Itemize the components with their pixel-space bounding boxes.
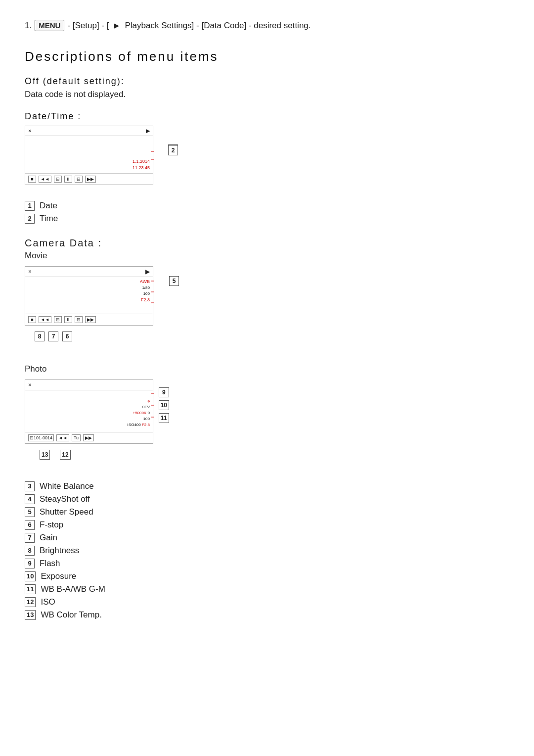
photo-x: × xyxy=(28,381,32,388)
list-item-6: 6 F-stop xyxy=(25,520,509,530)
list-item-date: 1 Date xyxy=(25,201,509,211)
list-item-7: 7 Gain xyxy=(25,533,509,543)
badge-2: 2 xyxy=(168,145,178,155)
label-fstop: F-stop xyxy=(40,520,63,530)
playback-icon: ▶ xyxy=(112,21,122,31)
badge-iso: 12 xyxy=(25,597,36,607)
badge-flash: 9 xyxy=(25,559,35,568)
movie-overlay: AWB 1/80 100 F2.8 xyxy=(140,279,150,304)
icon-stop: ■ xyxy=(28,176,36,183)
photo-icon2: Tu xyxy=(72,434,81,441)
label-shutter: Shutter Speed xyxy=(40,507,93,517)
camera-data-label: Camera Data : xyxy=(25,237,509,249)
list-item-8: 8 Brightness xyxy=(25,546,509,556)
label-brightness: Brightness xyxy=(40,546,79,556)
datetime-diagram-wrapper: × ▶ 1.1.2014 11:23:45 ■ ◄◄ ⊟ II ⊟ ▶▶ 1 2 xyxy=(25,125,509,191)
time-value: 11:23:45 xyxy=(133,165,150,170)
badge-wbcolortemp: 13 xyxy=(25,610,36,620)
photo-right-badges: 9 10 11 xyxy=(159,387,169,423)
badge-date: 1 xyxy=(25,201,35,211)
icon-rewind: ◄◄ xyxy=(39,176,51,183)
movie-x: × xyxy=(28,268,32,275)
badge-6: 6 xyxy=(62,331,72,341)
page-heading: Descriptions of menu items xyxy=(25,49,509,64)
movie-label: Movie xyxy=(25,251,509,261)
label-flash: Flash xyxy=(40,559,60,568)
badge-time: 2 xyxy=(25,214,35,224)
badge-gain: 7 xyxy=(25,533,35,543)
movie-diagram: × ▶ AWB 1/80 100 F2.8 ■ ◄◄ ⊟ II ⊟ ▶▶ xyxy=(25,266,153,326)
badge-fstop: 6 xyxy=(25,520,35,530)
photo-icon1: ◄◄ xyxy=(56,434,69,441)
x-button: × xyxy=(28,128,31,134)
list-item-4: 4 SteayShot off xyxy=(25,494,509,504)
label-wb-bawbgm: WB B-A/WB G-M xyxy=(41,584,105,594)
label-iso: ISO xyxy=(41,597,55,607)
datetime-diagram: × ▶ 1.1.2014 11:23:45 ■ ◄◄ ⊟ II ⊟ ▶▶ xyxy=(25,126,153,185)
badge-11: 11 xyxy=(159,413,169,423)
badge-12: 12 xyxy=(60,450,70,460)
badge-exposure: 10 xyxy=(25,571,36,581)
badge-9: 9 xyxy=(159,387,169,397)
badge-8: 8 xyxy=(35,331,44,341)
movie-play: ▶ xyxy=(145,268,150,275)
datetime-label: Date/Time : xyxy=(25,111,509,122)
movie-top-bar: × ▶ xyxy=(25,267,153,277)
date-value: 1.1.2014 xyxy=(133,159,150,164)
label-gain: Gain xyxy=(40,533,57,543)
badge-13: 13 xyxy=(40,450,50,460)
icon-menu: ⊟ xyxy=(54,176,62,183)
list-item-12: 12 ISO xyxy=(25,597,509,607)
photo-diagram: × $ 0EV +5000K 0 100 ISO400 F2.8 ⊡101-00… xyxy=(25,379,153,444)
datetime-overlay: 1.1.2014 11:23:45 xyxy=(133,158,150,171)
photo-overlay: $ 0EV +5000K 0 100 ISO400 F2.8 xyxy=(128,398,150,428)
movie-bottom-bar: ■ ◄◄ ⊟ II ⊟ ▶▶ xyxy=(25,314,153,325)
list-item-9: 9 Flash xyxy=(25,559,509,568)
all-items-list: 3 White Balance 4 SteayShot off 5 Shutte… xyxy=(25,481,509,620)
movie-connector-svg xyxy=(151,266,169,326)
list-item-10: 10 Exposure xyxy=(25,571,509,581)
icon-fwd: ▶▶ xyxy=(85,176,96,183)
play-symbol: ▶ xyxy=(146,128,150,134)
label-time: Time xyxy=(40,214,58,224)
photo-diagram-container: × $ 0EV +5000K 0 100 ISO400 F2.8 ⊡101-00… xyxy=(25,379,153,446)
movie-diagram-container: × ▶ AWB 1/80 100 F2.8 ■ ◄◄ ⊟ II ⊟ ▶▶ 3 4… xyxy=(25,266,153,328)
photo-folder: ⊡101-0014 xyxy=(28,434,54,441)
datetime-connector-svg xyxy=(151,126,168,185)
photo-label: Photo xyxy=(25,364,509,374)
list-item-time: 2 Time xyxy=(25,214,509,224)
photo-icon3: ▶▶ xyxy=(83,434,94,441)
label-wbcolortemp: WB Color Temp. xyxy=(41,610,101,620)
diagram-top-bar: × ▶ xyxy=(25,126,153,136)
badge-wb: 3 xyxy=(25,481,35,491)
badge-7: 7 xyxy=(48,331,58,341)
movie-bottom-badges: 8 7 6 xyxy=(35,331,72,341)
badge-10: 10 xyxy=(159,400,169,410)
list-item-13: 13 WB Color Temp. xyxy=(25,610,509,620)
label-exposure: Exposure xyxy=(41,571,76,581)
icon-menu2: ⊟ xyxy=(75,176,83,183)
badge-shutter: 5 xyxy=(25,507,35,517)
photo-bottom-bar: ⊡101-0014 ◄◄ Tu ▶▶ xyxy=(25,432,153,443)
badge-brightness: 8 xyxy=(25,546,35,556)
label-steayshot: SteayShot off xyxy=(40,494,90,504)
list-item-3: 3 White Balance xyxy=(25,481,509,491)
step-text2: Playback Settings] - [Data Code] - desir… xyxy=(125,21,311,31)
diagram-bottom-bar: ■ ◄◄ ⊟ II ⊟ ▶▶ xyxy=(25,173,153,185)
step-line: 1. MENU - [Setup] - [ ▶ Playback Setting… xyxy=(25,20,509,31)
icon-pause: II xyxy=(64,176,72,183)
step-number: 1. xyxy=(25,21,32,31)
photo-top-bar: × xyxy=(25,380,153,390)
photo-bottom-badges: 13 12 xyxy=(40,450,71,460)
label-date: Date xyxy=(40,201,57,211)
badge-5: 5 xyxy=(169,276,179,286)
menu-key: MENU xyxy=(35,20,64,31)
datetime-items: 1 Date 2 Time xyxy=(25,201,509,224)
list-item-5: 5 Shutter Speed xyxy=(25,507,509,517)
badge-wb-bawbgm: 11 xyxy=(25,584,36,594)
off-label: Off (default setting): xyxy=(25,76,509,87)
label-wb: White Balance xyxy=(40,481,94,491)
step-text1: - [Setup] - [ xyxy=(67,21,109,31)
badge-steayshot: 4 xyxy=(25,494,35,504)
list-item-11: 11 WB B-A/WB G-M xyxy=(25,584,509,594)
